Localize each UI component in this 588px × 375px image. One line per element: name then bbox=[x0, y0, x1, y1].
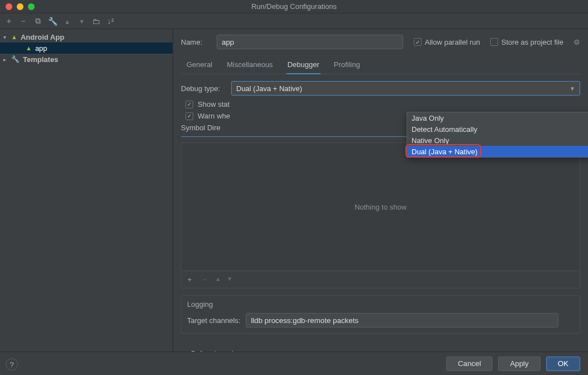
select-value: Dual (Java + Native) bbox=[236, 84, 302, 93]
debug-type-select[interactable]: Dual (Java + Native) ▼ bbox=[231, 81, 580, 96]
chevron-down-icon: ▾ bbox=[3, 34, 11, 40]
android-icon: ▲ bbox=[26, 45, 32, 51]
move-up-icon[interactable]: ▴ bbox=[63, 17, 71, 26]
dropdown-option-dual[interactable]: Dual (Java + Native) bbox=[407, 146, 588, 157]
name-row: Name: Allow parallel run Store as projec… bbox=[181, 35, 580, 49]
tab-miscellaneous[interactable]: Miscellaneous bbox=[226, 57, 274, 74]
target-channels-label: Target channels: bbox=[187, 316, 240, 325]
target-channels-input[interactable] bbox=[246, 313, 558, 327]
dialog-footer: ? Cancel Apply OK bbox=[0, 352, 588, 375]
symbol-dir-toolbar: ＋ － ▴ ▾ bbox=[181, 271, 580, 288]
tab-debugger[interactable]: Debugger bbox=[286, 57, 321, 74]
name-label: Name: bbox=[181, 38, 211, 46]
tab-profiling[interactable]: Profiling bbox=[333, 57, 361, 74]
debug-type-row: Debug type: Dual (Java + Native) ▼ bbox=[181, 81, 580, 96]
logging-title: Logging bbox=[187, 300, 574, 308]
chevron-down-icon: ▼ bbox=[570, 86, 575, 92]
empty-text: Nothing to show bbox=[355, 203, 407, 211]
tree-label: Android App bbox=[21, 33, 64, 41]
copy-config-icon[interactable]: ⧉ bbox=[34, 16, 42, 26]
android-icon: ▲ bbox=[11, 34, 17, 40]
tree-label: app bbox=[35, 44, 47, 53]
window-title: Run/Debug Configurations bbox=[251, 2, 337, 11]
add-config-icon[interactable]: ＋ bbox=[4, 16, 13, 26]
tab-general[interactable]: General bbox=[185, 57, 213, 74]
config-toolbar: ＋ － ⧉ 🔧 ▴ ▾ 🗀 ↓² bbox=[0, 13, 588, 29]
tab-bar: General Miscellaneous Debugger Profiling bbox=[181, 57, 580, 74]
logging-panel: Logging Target channels: bbox=[181, 295, 580, 334]
edit-defaults-icon[interactable]: 🔧 bbox=[48, 17, 57, 26]
ok-button[interactable]: OK bbox=[546, 357, 580, 371]
allow-parallel-label: Allow parallel run bbox=[425, 38, 480, 46]
window-controls[interactable] bbox=[0, 3, 35, 10]
dropdown-option-native-only[interactable]: Native Only bbox=[407, 135, 588, 146]
move-down-icon[interactable]: ▾ bbox=[228, 274, 232, 284]
add-icon[interactable]: ＋ bbox=[186, 274, 193, 284]
folder-icon[interactable]: 🗀 bbox=[92, 17, 101, 26]
wrench-icon: 🔧 bbox=[11, 55, 20, 63]
main-split: ▾ ▲ Android App ▲ app ▸ 🔧 Templates Name… bbox=[0, 29, 588, 375]
move-up-icon[interactable]: ▴ bbox=[216, 274, 220, 284]
checkbox-icon bbox=[490, 38, 498, 46]
dropdown-option-detect-auto[interactable]: Detect Automatically bbox=[407, 124, 588, 135]
checkbox-icon bbox=[414, 38, 422, 46]
remove-icon[interactable]: － bbox=[201, 274, 208, 284]
tree-node-app[interactable]: ▲ app bbox=[0, 42, 173, 54]
name-input[interactable] bbox=[217, 35, 403, 49]
debug-type-label: Debug type: bbox=[181, 84, 226, 93]
show-static-checkbox[interactable]: Show stat bbox=[185, 100, 580, 108]
symbol-dir-label: Symbol Dire bbox=[181, 124, 221, 132]
help-button[interactable]: ? bbox=[6, 358, 18, 371]
cancel-button[interactable]: Cancel bbox=[446, 357, 493, 371]
config-tree[interactable]: ▾ ▲ Android App ▲ app ▸ 🔧 Templates bbox=[0, 29, 173, 375]
gear-icon[interactable]: ⚙ bbox=[573, 38, 580, 46]
allow-parallel-checkbox[interactable]: Allow parallel run bbox=[414, 38, 480, 46]
chevron-right-icon: ▸ bbox=[3, 56, 11, 63]
tree-label: Templates bbox=[23, 55, 58, 64]
sort-icon[interactable]: ↓² bbox=[106, 17, 115, 26]
debug-type-dropdown[interactable]: Java Only Detect Automatically Native On… bbox=[407, 112, 588, 158]
move-down-icon[interactable]: ▾ bbox=[77, 17, 86, 26]
remove-config-icon[interactable]: － bbox=[19, 16, 28, 26]
close-window-icon[interactable] bbox=[6, 3, 12, 10]
store-project-label: Store as project file bbox=[501, 38, 563, 46]
store-project-checkbox[interactable]: Store as project file bbox=[490, 38, 563, 46]
apply-button[interactable]: Apply bbox=[498, 357, 540, 371]
tree-node-android-app[interactable]: ▾ ▲ Android App bbox=[0, 31, 173, 42]
titlebar: Run/Debug Configurations bbox=[0, 0, 588, 13]
tree-node-templates[interactable]: ▸ 🔧 Templates bbox=[0, 54, 173, 65]
zoom-window-icon[interactable] bbox=[28, 3, 35, 10]
warn-label: Warn whe bbox=[198, 112, 230, 120]
minimize-window-icon[interactable] bbox=[17, 3, 23, 10]
show-static-label: Show stat bbox=[198, 100, 230, 108]
checkbox-icon bbox=[185, 112, 193, 120]
symbol-directories-list[interactable]: Nothing to show bbox=[181, 143, 580, 271]
checkbox-icon bbox=[185, 101, 193, 108]
content-panel: Name: Allow parallel run Store as projec… bbox=[173, 29, 588, 375]
dropdown-option-java-only[interactable]: Java Only bbox=[407, 112, 588, 124]
